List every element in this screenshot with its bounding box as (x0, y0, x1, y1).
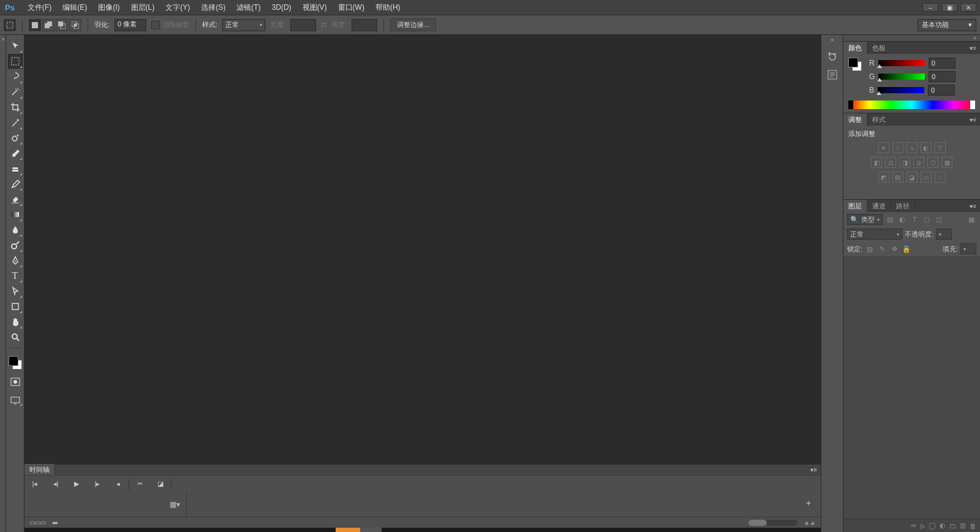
delete-layer-icon[interactable]: 🗑 (970, 522, 976, 530)
layers-tab[interactable]: 图层 (843, 200, 867, 212)
tl-track-menu-icon[interactable]: ▦▾ (170, 500, 180, 509)
lock-all-icon[interactable]: 🔒 (902, 244, 911, 254)
tl-cut-icon[interactable]: ✂ (129, 476, 150, 493)
adj-invert-icon[interactable]: ◩ (878, 172, 889, 183)
r-slider[interactable] (878, 60, 925, 66)
tl-zoom-slider[interactable] (748, 520, 797, 526)
channels-tab[interactable]: 通道 (867, 200, 891, 212)
color-tab[interactable]: 颜色 (843, 42, 867, 54)
current-tool-icon[interactable] (4, 19, 16, 31)
type-tool[interactable]: T (8, 268, 23, 283)
properties-panel-icon[interactable] (825, 67, 840, 82)
tl-play-icon[interactable]: ▶ (66, 476, 87, 493)
screenmode-toggle[interactable] (8, 394, 23, 406)
sel-new-icon[interactable] (29, 19, 41, 31)
adj-vibrance-icon[interactable]: ▽ (935, 142, 946, 153)
brush-tool[interactable] (8, 146, 23, 161)
maximize-button[interactable]: ▣ (941, 3, 957, 12)
adj-levels-icon[interactable]: ⎍ (892, 142, 903, 153)
filter-shape-icon[interactable]: ▢ (922, 215, 932, 224)
expand-tools-icon[interactable]: » (1, 36, 4, 42)
antialias-checkbox[interactable] (151, 21, 160, 29)
healing-brush-tool[interactable] (8, 131, 23, 145)
gradient-tool[interactable] (8, 207, 23, 222)
eraser-tool[interactable] (8, 192, 23, 207)
color-swatch[interactable] (9, 356, 22, 370)
b-input[interactable]: 0 (928, 85, 955, 96)
color-panel-menu-icon[interactable]: ▾≡ (966, 42, 980, 54)
lock-transparent-icon[interactable]: ▨ (865, 244, 875, 254)
lock-pixels-icon[interactable]: ✎ (877, 244, 887, 254)
tl-add-media-icon[interactable]: ＋ (801, 496, 816, 511)
adjust-panel-menu-icon[interactable]: ▾≡ (966, 113, 980, 126)
new-layer-icon[interactable]: ▥ (960, 522, 966, 530)
menu-help[interactable]: 帮助(H) (370, 1, 406, 15)
shape-tool[interactable] (8, 299, 23, 314)
magic-wand-tool[interactable] (8, 85, 23, 99)
adj-threshold-icon[interactable]: ◪ (907, 172, 918, 183)
crop-tool[interactable] (8, 100, 23, 115)
adj-photofilter-icon[interactable]: ◎ (913, 157, 924, 168)
timeline-panel-menu-icon[interactable]: ▾≡ (810, 466, 817, 473)
menu-view[interactable]: 视图(V) (297, 1, 333, 15)
tl-prev-frame-icon[interactable]: ◂| (45, 476, 66, 493)
timeline-tab[interactable]: 时间轴 (24, 464, 55, 476)
g-slider[interactable] (878, 74, 925, 80)
swatches-tab[interactable]: 色板 (867, 42, 891, 54)
move-tool[interactable] (8, 39, 23, 53)
feather-input[interactable]: 0 像素 (115, 19, 146, 31)
adj-brightness-icon[interactable]: ☀ (878, 142, 889, 153)
foreground-color-swatch[interactable] (9, 356, 18, 366)
styles-tab[interactable]: 样式 (867, 113, 891, 126)
adjustments-tab[interactable]: 调整 (843, 113, 867, 126)
opacity-input[interactable]: ▾ (936, 229, 952, 240)
lasso-tool[interactable] (8, 69, 23, 84)
menu-select[interactable]: 选择(S) (195, 1, 231, 15)
eyedropper-tool[interactable] (8, 115, 23, 130)
menu-window[interactable]: 窗口(W) (333, 1, 370, 15)
marquee-tool[interactable] (8, 54, 23, 69)
menu-3d[interactable]: 3D(D) (266, 1, 297, 13)
adj-exposure-icon[interactable]: ◐ (921, 142, 932, 153)
menu-edit[interactable]: 编辑(E) (57, 1, 92, 15)
adj-curves-icon[interactable]: ∿ (907, 142, 918, 153)
filter-adjust-icon[interactable]: ◐ (897, 215, 907, 224)
link-layers-icon[interactable]: ⇔ (911, 522, 916, 530)
adj-bw-icon[interactable]: ◨ (899, 157, 910, 168)
tl-first-frame-icon[interactable]: |◂ (24, 476, 45, 493)
layer-list[interactable] (843, 256, 980, 519)
adj-gradientmap-icon[interactable]: ▭ (921, 172, 932, 183)
hand-tool[interactable] (8, 314, 23, 329)
tl-frames-icon[interactable]: ▭▭▭ (29, 519, 46, 526)
menu-filter[interactable]: 滤镜(T) (231, 1, 266, 15)
adj-selective-icon[interactable]: ▫ (935, 172, 946, 183)
menu-type[interactable]: 文字(Y) (160, 1, 195, 15)
layer-filter-type[interactable]: 🔍 类型▾ (847, 214, 883, 225)
filter-pixel-icon[interactable]: ▧ (885, 215, 895, 224)
collapse-panels-icon[interactable]: » (973, 35, 976, 41)
history-panel-icon[interactable] (825, 49, 840, 64)
quickmask-toggle[interactable] (8, 376, 23, 388)
sel-add-icon[interactable] (42, 19, 55, 31)
g-input[interactable]: 0 (929, 71, 956, 82)
filter-toggle-icon[interactable]: ▦ (967, 215, 976, 224)
tl-next-frame-icon[interactable]: |▸ (87, 476, 108, 493)
new-fill-adj-icon[interactable]: ◐ (940, 522, 946, 530)
blur-tool[interactable] (8, 222, 23, 237)
adj-balance-icon[interactable]: ⚖ (885, 157, 896, 168)
paths-tab[interactable]: 路径 (891, 200, 915, 212)
new-group-icon[interactable]: 🗀 (949, 522, 956, 530)
b-slider[interactable] (878, 87, 924, 93)
layer-fx-icon[interactable]: fx (920, 522, 925, 530)
close-button[interactable]: ✕ (960, 3, 976, 12)
fill-input[interactable]: ▾ (960, 243, 976, 254)
lock-position-icon[interactable]: ✥ (889, 244, 899, 254)
history-brush-tool[interactable] (8, 177, 23, 191)
layer-mask-icon[interactable]: ◯ (929, 522, 936, 530)
blend-mode-select[interactable]: 正常▾ (847, 229, 902, 240)
adj-hue-icon[interactable]: ◧ (871, 157, 882, 168)
filter-type-icon[interactable]: T (910, 215, 919, 224)
zoom-tool[interactable] (8, 330, 23, 344)
tl-audio-icon[interactable]: ◂ (108, 476, 129, 493)
minimize-button[interactable]: – (922, 3, 938, 12)
